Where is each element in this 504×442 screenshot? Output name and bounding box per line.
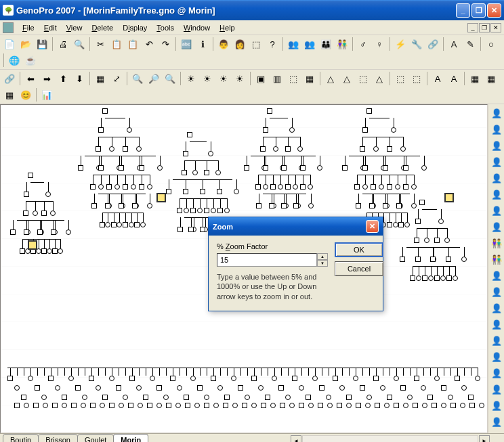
toolbar1-button-19[interactable]: ?	[265, 37, 280, 51]
minimize-button[interactable]: _	[456, 3, 470, 18]
toolbar2-button-20[interactable]: ▥	[270, 71, 285, 86]
highlight-marker[interactable]	[444, 193, 454, 202]
toolbar2-button-11[interactable]: 🔎	[146, 71, 161, 86]
toolbar1-button-23[interactable]: 👪	[318, 37, 333, 51]
toolbar2-button-30[interactable]: ⬚	[409, 71, 424, 86]
right-toolbar-button-1[interactable]: 👤	[489, 122, 504, 137]
toolbar2-button-0[interactable]: 🔗	[2, 71, 17, 86]
toolbar2-button-15[interactable]: ☀	[200, 71, 215, 86]
tab-brisson[interactable]: Brisson	[38, 434, 78, 442]
toolbar2-button-7[interactable]: ▦	[93, 71, 108, 86]
menu-display[interactable]: Display	[118, 22, 152, 33]
toolbar1-button-13[interactable]: 🔤	[179, 37, 194, 51]
tab-boutin[interactable]: Boutin	[3, 434, 39, 442]
toolbar2-button-2[interactable]: ⬅	[23, 71, 38, 86]
toolbar1-button-1[interactable]: 📂	[18, 37, 33, 51]
menu-delete[interactable]: Delete	[87, 22, 118, 33]
dialog-titlebar[interactable]: Zoom ✕	[209, 217, 383, 236]
toolbar1-button-29[interactable]: ⚡	[393, 37, 408, 51]
highlight-marker[interactable]	[156, 193, 166, 202]
toolbar2-button-32[interactable]: A	[430, 71, 445, 86]
toolbar1-button-31[interactable]: 🔗	[425, 37, 440, 51]
right-toolbar-button-3[interactable]: 👤	[489, 154, 504, 169]
scroll-right-icon[interactable]: ►	[479, 435, 490, 442]
toolbar1-button-7[interactable]: ✂	[93, 37, 108, 51]
toolbar1-button-30[interactable]: 🔧	[409, 37, 424, 51]
menu-help[interactable]: Help	[215, 22, 240, 33]
toolbar2-button-33[interactable]: A	[446, 71, 461, 86]
cancel-button[interactable]: Cancel	[335, 261, 383, 276]
maximize-button[interactable]: ❐	[471, 3, 486, 18]
toolbar1-button-0[interactable]: 📄	[2, 37, 17, 51]
toolbar2-button-21[interactable]: ⬚	[286, 71, 301, 86]
right-toolbar-button-16[interactable]: 👤	[489, 366, 504, 380]
horizontal-scrollbar[interactable]: ◄ ►	[148, 435, 504, 442]
toolbar1-button-27[interactable]: ♀	[372, 37, 387, 51]
toolbar2-button-3[interactable]: ➡	[39, 71, 54, 86]
toolbar2-button-8[interactable]: ⤢	[109, 71, 124, 86]
menu-view[interactable]: View	[62, 22, 87, 33]
close-button[interactable]: ✕	[487, 3, 501, 18]
toolbar1-button-5[interactable]: 🔍	[72, 37, 87, 51]
toolbar1-button-18[interactable]: ⬚	[249, 37, 264, 51]
right-toolbar-button-14[interactable]: 👤	[489, 333, 504, 348]
toolbar1-button-22[interactable]: 👥	[302, 37, 317, 51]
right-toolbar-button-4[interactable]: 👤	[489, 171, 504, 185]
toolbar1-button-21[interactable]: 👥	[286, 37, 301, 51]
toolbar2-button-35[interactable]: ▦	[467, 71, 482, 86]
toolbar2-button-26[interactable]: ⬚	[356, 71, 371, 86]
scroll-left-icon[interactable]: ◄	[291, 435, 301, 442]
toolbar1-button-33[interactable]: A	[446, 37, 461, 51]
right-toolbar-button-19[interactable]: 👤	[489, 414, 504, 429]
toolbar1-button-8[interactable]: 📋	[109, 37, 124, 51]
toolbar2-button-5[interactable]: ⬇	[72, 71, 87, 86]
toolbar1-button-39[interactable]: ☕	[23, 53, 38, 68]
toolbar1-button-11[interactable]: ↷	[158, 37, 173, 51]
right-toolbar-button-12[interactable]: 👤	[489, 301, 504, 315]
toolbar2-button-40[interactable]: 📊	[39, 87, 54, 102]
toolbar1-button-2[interactable]: 💾	[35, 37, 49, 51]
tab-goulet[interactable]: Goulet	[77, 434, 114, 442]
right-toolbar-button-7[interactable]: 👤	[489, 219, 504, 234]
right-toolbar-button-9[interactable]: 👫	[489, 252, 504, 267]
scroll-track[interactable]	[302, 435, 478, 442]
ok-button[interactable]: OK	[335, 242, 383, 257]
right-toolbar-button-13[interactable]: 👤	[489, 317, 504, 332]
toolbar1-button-34[interactable]: ✎	[463, 37, 478, 51]
toolbar2-button-19[interactable]: ▣	[253, 71, 268, 86]
toolbar2-button-27[interactable]: △	[372, 71, 387, 86]
toolbar1-button-17[interactable]: 👩	[232, 37, 247, 51]
toolbar1-button-10[interactable]: ↶	[142, 37, 156, 51]
toolbar2-button-17[interactable]: ☀	[232, 71, 247, 86]
right-toolbar-button-10[interactable]: 👤	[489, 268, 504, 283]
toolbar1-button-24[interactable]: 👫	[335, 37, 350, 51]
mdi-minimize-button[interactable]: _	[467, 23, 478, 32]
toolbar1-button-14[interactable]: ℹ	[195, 37, 210, 51]
toolbar2-button-38[interactable]: 😊	[18, 87, 33, 102]
right-toolbar-button-17[interactable]: 👤	[489, 382, 504, 397]
spinner-down-button[interactable]: ▼	[317, 260, 328, 267]
toolbar1-button-36[interactable]: ○	[484, 37, 499, 51]
toolbar2-button-22[interactable]: ▦	[302, 71, 317, 86]
spinner-up-button[interactable]: ▲	[317, 253, 328, 260]
toolbar2-button-29[interactable]: ⬚	[393, 71, 408, 86]
highlight-marker[interactable]	[28, 240, 37, 250]
right-toolbar-button-0[interactable]: 👤	[489, 106, 504, 120]
toolbar2-button-25[interactable]: △	[339, 71, 354, 86]
tab-morin[interactable]: Morin	[113, 434, 148, 442]
zoom-factor-input[interactable]	[217, 253, 317, 267]
menu-file[interactable]: File	[18, 22, 39, 33]
right-toolbar-button-18[interactable]: 👤	[489, 398, 504, 413]
toolbar1-button-16[interactable]: 👨	[216, 37, 231, 51]
menu-tools[interactable]: Tools	[152, 22, 179, 33]
toolbar2-button-12[interactable]: 🔍	[163, 71, 177, 86]
menu-edit[interactable]: Edit	[39, 22, 62, 33]
mdi-close-button[interactable]: ✕	[490, 23, 501, 32]
right-toolbar-button-8[interactable]: 👫	[489, 236, 504, 250]
right-toolbar-button-11[interactable]: 👤	[489, 284, 504, 299]
toolbar2-button-14[interactable]: ☀	[184, 71, 198, 86]
right-toolbar-button-2[interactable]: 👤	[489, 138, 504, 153]
right-toolbar-button-5[interactable]: 👤	[489, 187, 504, 202]
toolbar1-button-26[interactable]: ♂	[356, 37, 371, 51]
toolbar1-button-38[interactable]: 🌐	[7, 53, 22, 68]
